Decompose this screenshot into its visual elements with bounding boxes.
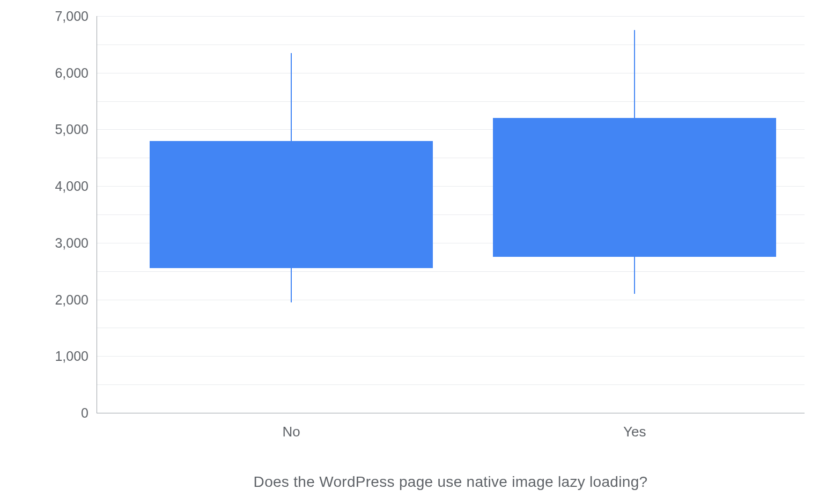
- x-axis-title: Does the WordPress page use native image…: [97, 473, 805, 491]
- y-tick-label: 7,000: [38, 9, 88, 24]
- x-axis-line: [97, 413, 805, 413]
- y-tick-label: 2,000: [38, 292, 88, 307]
- y-tick-label: 5,000: [38, 122, 88, 137]
- y-axis-line: [97, 16, 97, 413]
- y-tick-label: 1,000: [38, 349, 88, 364]
- grid-line: [97, 384, 805, 385]
- y-tick-label: 4,000: [38, 179, 88, 194]
- grid-line: [97, 300, 805, 300]
- grid-line: [97, 356, 805, 357]
- grid-line: [97, 45, 805, 45]
- grid-line: [97, 271, 805, 272]
- chart-container: 75th percentile Largest Contentful Paint…: [0, 0, 826, 504]
- grid-line: [97, 328, 805, 328]
- x-tick-label: No: [238, 424, 345, 440]
- y-tick-label: 0: [38, 405, 88, 421]
- plot-area: 01,0002,0003,0004,0005,0006,0007,000NoYe…: [97, 16, 805, 413]
- grid-line: [97, 16, 805, 17]
- box: [493, 118, 776, 257]
- grid-line: [97, 101, 805, 102]
- box: [150, 141, 433, 269]
- y-tick-label: 6,000: [38, 65, 88, 80]
- x-tick-label: Yes: [581, 424, 688, 440]
- y-tick-label: 3,000: [38, 235, 88, 250]
- grid-line: [97, 73, 805, 73]
